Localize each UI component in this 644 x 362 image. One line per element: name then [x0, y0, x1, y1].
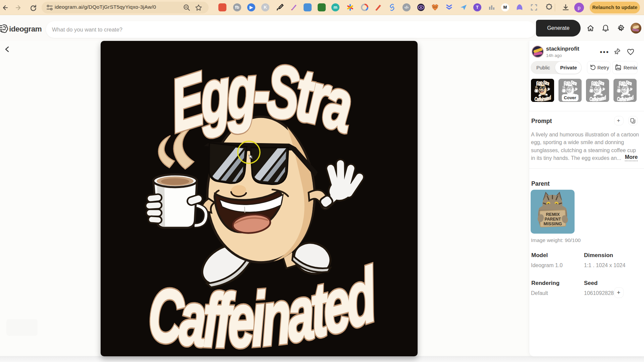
svg-text:REMIX: REMIX: [546, 212, 560, 217]
svg-text:MISSING: MISSING: [544, 221, 562, 226]
svg-text:PARENT: PARENT: [545, 217, 561, 222]
